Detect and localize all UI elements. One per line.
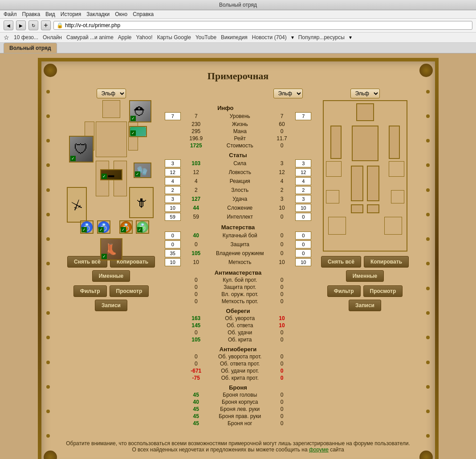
anti-prot-header-row: Антиобереги [160, 343, 316, 353]
mq-slot-mr[interactable] [389, 161, 404, 177]
slot-helmet[interactable]: ⛑ ✓ [129, 100, 151, 122]
bk-yahoo[interactable]: Yahoo! [136, 34, 153, 41]
forward-button[interactable]: ▶ [16, 20, 26, 30]
menu-history[interactable]: История [61, 11, 81, 17]
luck-prot-v1: 0 [185, 329, 207, 336]
slot-ring2[interactable]: 💍 ✓ [97, 220, 110, 234]
luck-input-r[interactable] [295, 195, 311, 203]
stats-race-select[interactable]: Эльф [273, 89, 303, 98]
rhand-armor-row: 45 Броня прав. руки 0 [160, 413, 316, 420]
left-named-button[interactable]: Именные [92, 270, 130, 282]
defense-input-r[interactable] [295, 240, 311, 248]
fist-input-r[interactable] [295, 232, 311, 240]
url-input[interactable] [65, 22, 469, 28]
accuracy-input[interactable] [165, 258, 181, 266]
menu-help[interactable]: Справка [133, 11, 154, 17]
answer-v1: 145 [185, 322, 207, 329]
bk-online[interactable]: Онлайн [43, 34, 62, 41]
weapon-row: 105 Владение оружием 0 [160, 249, 316, 258]
bk-apple[interactable]: Apple [118, 34, 132, 41]
mq-slot-lr[interactable] [391, 190, 404, 203]
refresh-button[interactable]: ↻ [28, 20, 38, 30]
slot-ring4[interactable]: 💍 ✓ [136, 220, 149, 234]
str-input-r[interactable] [295, 159, 311, 167]
react-input-r[interactable] [295, 177, 311, 185]
evil-input[interactable] [165, 186, 181, 194]
accuracy-input-r[interactable] [295, 258, 311, 266]
weapon-label: Владение оружием [207, 249, 273, 258]
right-remove-all-button[interactable]: Снять всё [321, 256, 361, 268]
right-preview-button[interactable]: Просмотр [363, 285, 403, 297]
right-race-select[interactable]: Эльф [350, 89, 380, 98]
bk-youtube[interactable]: YouTube [195, 34, 216, 41]
luck-anti-row: -671 Об. удачи прот. 0 [160, 367, 316, 374]
rhand-armor-v1: 45 [185, 413, 207, 420]
active-tab[interactable]: Вольный отряд [4, 43, 57, 53]
bookmarks-icon[interactable]: ☆ [4, 34, 9, 41]
mq-llegs [351, 166, 363, 201]
menu-bookmarks[interactable]: Закладки [86, 11, 110, 17]
fist-anti-v1: 0 [185, 276, 207, 284]
slot-shield[interactable]: 🗡 [129, 187, 154, 218]
react-input[interactable] [165, 177, 181, 185]
back-button[interactable]: ◀ [4, 20, 13, 30]
mq-slot-ll[interactable] [326, 190, 339, 203]
comp-input[interactable] [165, 204, 181, 212]
accuracy-label: Меткость [207, 258, 273, 267]
str-input[interactable] [165, 159, 181, 167]
intel-input-r[interactable] [295, 213, 311, 221]
slot-weapon[interactable]: ⚔ [67, 187, 87, 223]
weapon-input[interactable] [165, 249, 181, 257]
slot-armor[interactable]: 🛡 ✓ [69, 136, 94, 162]
menu-window[interactable]: Окно [115, 11, 127, 17]
slot-ring3[interactable]: 💍 ✓ [119, 220, 133, 234]
fist-v2: 40 [185, 231, 207, 240]
bk-wikipedia[interactable]: Википедия [221, 34, 248, 41]
bk-fezo[interactable]: 10 фезо... [14, 34, 38, 41]
slot-ring1[interactable]: 💍 ✓ [80, 220, 94, 234]
dot [46, 311, 50, 315]
slot-boots[interactable]: 👢 ✓ [100, 238, 122, 260]
comp-input-r[interactable] [295, 204, 311, 212]
mq-slot-bl[interactable] [328, 217, 346, 235]
weapon-input-r[interactable] [295, 249, 311, 257]
level-input-left[interactable] [165, 112, 181, 120]
menu-file[interactable]: Файл [4, 11, 17, 17]
evil-input-r[interactable] [295, 186, 311, 194]
notice-line2-text: О всех найденных недочетах и предложения… [132, 447, 307, 453]
notice-forum-link[interactable]: форуме [309, 447, 329, 453]
evil-v3: 2 [273, 186, 291, 195]
bk-google-maps[interactable]: Карты Google [157, 34, 191, 41]
menu-edit[interactable]: Правка [22, 11, 41, 17]
menu-view[interactable]: Вид [45, 11, 55, 17]
dot [426, 385, 430, 389]
luck-prot-row: 0 Об. удачи 0 [160, 329, 316, 336]
fist-input[interactable] [165, 232, 181, 240]
mq-slot-br[interactable] [384, 217, 402, 235]
left-filter-button[interactable]: Фильтр [73, 285, 107, 297]
level-input-right[interactable] [295, 112, 311, 120]
dex-input[interactable] [165, 168, 181, 176]
right-records-button[interactable]: Записи [349, 300, 381, 311]
mq-slot-ml[interactable] [326, 161, 342, 177]
defense-input[interactable] [165, 240, 181, 248]
intel-input[interactable] [165, 213, 181, 221]
right-named-button[interactable]: Именные [346, 270, 384, 282]
bk-news[interactable]: Новости (704) [252, 34, 287, 41]
dex-input-r[interactable] [295, 168, 311, 176]
slot-gloves[interactable]: 🧤 ✓ [134, 162, 151, 178]
left-records-button[interactable]: Записи [95, 300, 127, 311]
luck-input[interactable] [165, 195, 181, 203]
body-armor-v1: 40 [185, 398, 207, 406]
bk-samurai[interactable]: Самурай ...и anime [66, 34, 114, 41]
right-filter-button[interactable]: Фильтр [327, 285, 361, 297]
dot [426, 163, 430, 167]
left-preview-button[interactable]: Просмотр [110, 285, 149, 297]
dot [426, 410, 430, 413]
left-race-select[interactable]: Эльф [97, 89, 126, 98]
new-tab-button[interactable]: + [41, 20, 51, 30]
slot-belt[interactable]: ▬ ✓ [100, 169, 122, 180]
right-copy-button[interactable]: Копировать [364, 256, 409, 268]
bk-popular[interactable]: Популяр...ресурсы [298, 34, 345, 41]
slot-neck[interactable]: ✓ [129, 126, 147, 137]
